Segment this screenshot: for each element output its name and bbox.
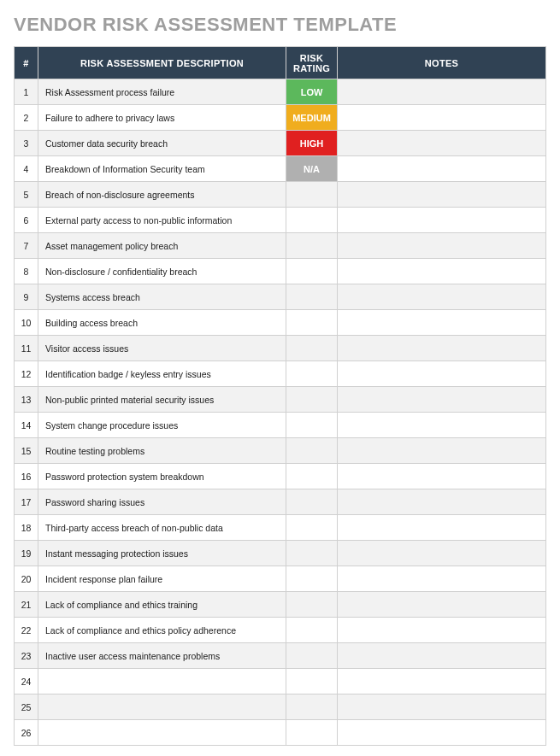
table-row: 23Inactive user access maintenance probl… bbox=[15, 643, 546, 669]
table-row: 5Breach of non-disclosure agreements bbox=[15, 182, 546, 208]
row-rating bbox=[286, 515, 338, 541]
table-row: 25 bbox=[15, 694, 546, 720]
table-row: 16Password protection system breakdown bbox=[15, 464, 546, 489]
row-rating bbox=[286, 284, 338, 310]
table-row: 22Lack of compliance and ethics policy a… bbox=[15, 618, 546, 643]
row-description: Failure to adhere to privacy laws bbox=[38, 105, 286, 131]
table-row: 9Systems access breach bbox=[15, 284, 546, 310]
row-rating bbox=[286, 233, 338, 259]
row-notes bbox=[338, 643, 546, 669]
row-description: Risk Assessment process failure bbox=[38, 79, 286, 105]
table-row: 7Asset management policy breach bbox=[15, 233, 546, 259]
row-number: 16 bbox=[15, 464, 38, 489]
table-row: 15Routine testing problems bbox=[15, 438, 546, 464]
row-number: 9 bbox=[15, 284, 38, 310]
row-description: Lack of compliance and ethics training bbox=[38, 592, 286, 618]
row-description bbox=[38, 669, 286, 694]
row-number: 25 bbox=[15, 694, 38, 720]
row-notes bbox=[338, 464, 546, 489]
row-number: 10 bbox=[15, 310, 38, 336]
row-description: Breach of non-disclosure agreements bbox=[38, 182, 286, 208]
row-description: Password sharing issues bbox=[38, 489, 286, 515]
row-notes bbox=[338, 438, 546, 464]
table-row: 4Breakdown of Information Security teamN… bbox=[15, 156, 546, 182]
row-rating bbox=[286, 208, 338, 233]
row-rating bbox=[286, 618, 338, 643]
row-description: Customer data security breach bbox=[38, 131, 286, 156]
row-number: 19 bbox=[15, 541, 38, 566]
row-notes bbox=[338, 182, 546, 208]
row-number: 8 bbox=[15, 259, 38, 284]
row-rating bbox=[286, 566, 338, 592]
row-rating bbox=[286, 310, 338, 336]
row-number: 18 bbox=[15, 515, 38, 541]
row-rating: HIGH bbox=[286, 131, 338, 156]
row-notes bbox=[338, 310, 546, 336]
row-rating bbox=[286, 336, 338, 361]
row-number: 7 bbox=[15, 233, 38, 259]
row-description: Visitor access issues bbox=[38, 336, 286, 361]
row-notes bbox=[338, 336, 546, 361]
row-rating: N/A bbox=[286, 156, 338, 182]
row-rating: MEDIUM bbox=[286, 105, 338, 131]
row-rating: LOW bbox=[286, 79, 338, 105]
row-notes bbox=[338, 105, 546, 131]
row-rating bbox=[286, 694, 338, 720]
row-description bbox=[38, 720, 286, 746]
row-number: 6 bbox=[15, 208, 38, 233]
row-notes bbox=[338, 413, 546, 438]
row-number: 3 bbox=[15, 131, 38, 156]
table-row: 1Risk Assessment process failureLOW bbox=[15, 79, 546, 105]
row-notes bbox=[338, 541, 546, 566]
row-rating bbox=[286, 361, 338, 387]
row-rating bbox=[286, 489, 338, 515]
row-notes bbox=[338, 259, 546, 284]
row-description: Incident response plan failure bbox=[38, 566, 286, 592]
page-title: VENDOR RISK ASSESSMENT TEMPLATE bbox=[14, 14, 546, 36]
table-row: 2Failure to adhere to privacy lawsMEDIUM bbox=[15, 105, 546, 131]
risk-assessment-table: # RISK ASSESSMENT DESCRIPTION RISK RATIN… bbox=[14, 46, 546, 746]
table-row: 19Instant messaging protection issues bbox=[15, 541, 546, 566]
header-notes: NOTES bbox=[338, 47, 546, 79]
row-number: 2 bbox=[15, 105, 38, 131]
row-notes bbox=[338, 156, 546, 182]
table-row: 11Visitor access issues bbox=[15, 336, 546, 361]
row-number: 15 bbox=[15, 438, 38, 464]
row-rating bbox=[286, 541, 338, 566]
row-number: 21 bbox=[15, 592, 38, 618]
row-rating bbox=[286, 464, 338, 489]
row-notes bbox=[338, 720, 546, 746]
table-row: 13Non-public printed material security i… bbox=[15, 387, 546, 413]
row-number: 26 bbox=[15, 720, 38, 746]
table-row: 21Lack of compliance and ethics training bbox=[15, 592, 546, 618]
table-row: 8Non-disclosure / confidentiality breach bbox=[15, 259, 546, 284]
row-number: 24 bbox=[15, 669, 38, 694]
row-number: 23 bbox=[15, 643, 38, 669]
row-description: Third-party access breach of non-public … bbox=[38, 515, 286, 541]
table-row: 3Customer data security breachHIGH bbox=[15, 131, 546, 156]
row-rating bbox=[286, 592, 338, 618]
row-notes bbox=[338, 489, 546, 515]
table-row: 20Incident response plan failure bbox=[15, 566, 546, 592]
table-row: 26 bbox=[15, 720, 546, 746]
row-description: Asset management policy breach bbox=[38, 233, 286, 259]
row-description: Instant messaging protection issues bbox=[38, 541, 286, 566]
row-description bbox=[38, 694, 286, 720]
header-rating: RISK RATING bbox=[286, 47, 338, 79]
row-notes bbox=[338, 592, 546, 618]
row-description: Systems access breach bbox=[38, 284, 286, 310]
table-row: 17Password sharing issues bbox=[15, 489, 546, 515]
row-notes bbox=[338, 131, 546, 156]
row-description: Non-public printed material security iss… bbox=[38, 387, 286, 413]
row-number: 12 bbox=[15, 361, 38, 387]
row-notes bbox=[338, 566, 546, 592]
row-description: System change procedure issues bbox=[38, 413, 286, 438]
row-notes bbox=[338, 208, 546, 233]
row-rating bbox=[286, 643, 338, 669]
row-notes bbox=[338, 669, 546, 694]
row-notes bbox=[338, 387, 546, 413]
row-description: External party access to non-public info… bbox=[38, 208, 286, 233]
row-number: 1 bbox=[15, 79, 38, 105]
row-rating bbox=[286, 182, 338, 208]
row-notes bbox=[338, 233, 546, 259]
